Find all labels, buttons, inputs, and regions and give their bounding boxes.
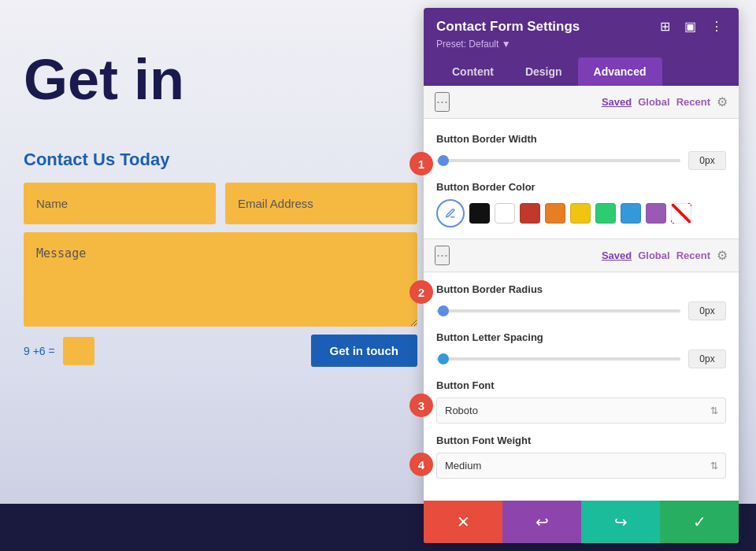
- border-radius-thumb[interactable]: [438, 305, 449, 316]
- step-badge-3: 3: [410, 394, 433, 417]
- border-radius-label: Button Border Radius: [436, 283, 726, 295]
- tab-content[interactable]: Content: [436, 57, 510, 86]
- tab-design[interactable]: Design: [510, 57, 578, 86]
- filter-saved-2[interactable]: Saved: [602, 248, 632, 263]
- settings-icon-2[interactable]: ⚙: [717, 248, 728, 263]
- step-badge-4: 4: [410, 453, 433, 476]
- panel-subheader-2: ··· Saved Global Recent ⚙: [424, 239, 739, 272]
- filter-buttons-1: Saved Global Recent ⚙: [602, 94, 728, 109]
- letter-spacing-slider-row: 0px: [436, 349, 726, 368]
- redo-bottom-btn[interactable]: ↪: [581, 501, 660, 543]
- border-color-label: Button Border Color: [436, 181, 726, 193]
- font-weight-dropdown[interactable]: Medium Light Bold Regular: [436, 453, 726, 479]
- filter-global-1[interactable]: Global: [638, 94, 669, 109]
- swatch-orange[interactable]: [545, 203, 565, 224]
- swatch-red[interactable]: [520, 203, 540, 224]
- color-picker-button[interactable]: [436, 199, 465, 227]
- panel-icon-layout[interactable]: ▣: [681, 17, 699, 35]
- border-width-label: Button Border Width: [436, 133, 726, 145]
- settings-panel: Contact Form Settings ⊞ ▣ ⋮ Preset: Defa…: [424, 8, 739, 543]
- message-textarea[interactable]: [24, 232, 417, 327]
- swatch-purple[interactable]: [646, 203, 666, 224]
- font-weight-dropdown-wrapper: Medium Light Bold Regular ⇅: [436, 453, 726, 479]
- dots-menu-2[interactable]: ···: [435, 246, 450, 265]
- captcha-input[interactable]: [63, 337, 94, 365]
- swatch-blue[interactable]: [621, 203, 641, 224]
- form-name-email-row: [24, 183, 417, 224]
- swatch-black[interactable]: [469, 203, 490, 224]
- panel-header: Contact Form Settings ⊞ ▣ ⋮ Preset: Defa…: [424, 8, 739, 86]
- panel-subheader-1: ··· Saved Global Recent ⚙: [424, 86, 739, 119]
- submit-button[interactable]: Get in touch: [311, 335, 418, 367]
- step-badge-1: 1: [410, 152, 433, 176]
- font-dropdown-wrapper: Roboto Arial Georgia ⇅: [436, 398, 726, 423]
- dots-menu-1[interactable]: ···: [435, 92, 450, 112]
- panel-tabs: Content Design Advanced: [436, 57, 726, 86]
- step-badge-2: 2: [410, 280, 433, 304]
- swatch-white[interactable]: [495, 203, 515, 224]
- tab-advanced[interactable]: Advanced: [578, 57, 662, 86]
- undo-bottom-btn[interactable]: ↩: [502, 501, 581, 543]
- letter-spacing-value: 0px: [688, 349, 726, 368]
- captcha-label: 9 +6 =: [24, 345, 55, 357]
- border-radius-slider-row: 0px: [436, 301, 726, 320]
- filter-buttons-2: Saved Global Recent ⚙: [602, 248, 728, 263]
- border-width-track[interactable]: [436, 159, 680, 162]
- border-width-thumb[interactable]: [438, 155, 449, 166]
- filter-recent-2[interactable]: Recent: [676, 248, 710, 263]
- close-bottom-btn[interactable]: ✕: [424, 501, 502, 543]
- panel-content: Button Border Width 0px Button Border Co…: [424, 119, 739, 501]
- border-color-section: [436, 199, 726, 227]
- swatch-green[interactable]: [595, 203, 616, 224]
- filter-global-2[interactable]: Global: [638, 248, 669, 263]
- email-input[interactable]: [225, 183, 417, 224]
- panel-preset[interactable]: Preset: Default ▼: [436, 39, 726, 50]
- panel-icon-more[interactable]: ⋮: [707, 17, 726, 35]
- border-radius-track[interactable]: [436, 309, 680, 312]
- filter-saved-1[interactable]: Saved: [602, 94, 632, 109]
- font-weight-label: Button Font Weight: [436, 435, 726, 446]
- contact-section: Contact Us Today 9 +6 = Get in touch: [24, 150, 417, 367]
- swatch-none[interactable]: [671, 203, 691, 224]
- font-dropdown[interactable]: Roboto Arial Georgia: [436, 398, 726, 423]
- border-width-slider-row: 0px: [436, 151, 726, 170]
- settings-icon-1[interactable]: ⚙: [717, 94, 728, 109]
- panel-bottom-bar: ✕ ↩ ↪ ✓: [424, 501, 739, 543]
- letter-spacing-track[interactable]: [436, 357, 680, 361]
- form-bottom-row: 9 +6 = Get in touch: [24, 335, 417, 367]
- panel-title: Contact Form Settings: [436, 19, 580, 35]
- panel-icon-expand[interactable]: ⊞: [657, 17, 673, 35]
- name-input[interactable]: [24, 183, 216, 224]
- letter-spacing-thumb[interactable]: [438, 353, 449, 364]
- contact-title: Contact Us Today: [24, 150, 417, 170]
- letter-spacing-label: Button Letter Spacing: [436, 331, 726, 343]
- page-heading: Get in: [24, 47, 184, 112]
- border-width-value: 0px: [688, 151, 726, 170]
- border-radius-value: 0px: [688, 301, 726, 320]
- filter-recent-1[interactable]: Recent: [676, 94, 710, 109]
- font-label: Button Font: [436, 379, 726, 391]
- color-swatches: [436, 199, 726, 227]
- swatch-yellow[interactable]: [570, 203, 591, 224]
- save-bottom-btn[interactable]: ✓: [660, 501, 739, 543]
- panel-header-top: Contact Form Settings ⊞ ▣ ⋮: [436, 17, 726, 35]
- panel-header-icons: ⊞ ▣ ⋮: [657, 17, 726, 35]
